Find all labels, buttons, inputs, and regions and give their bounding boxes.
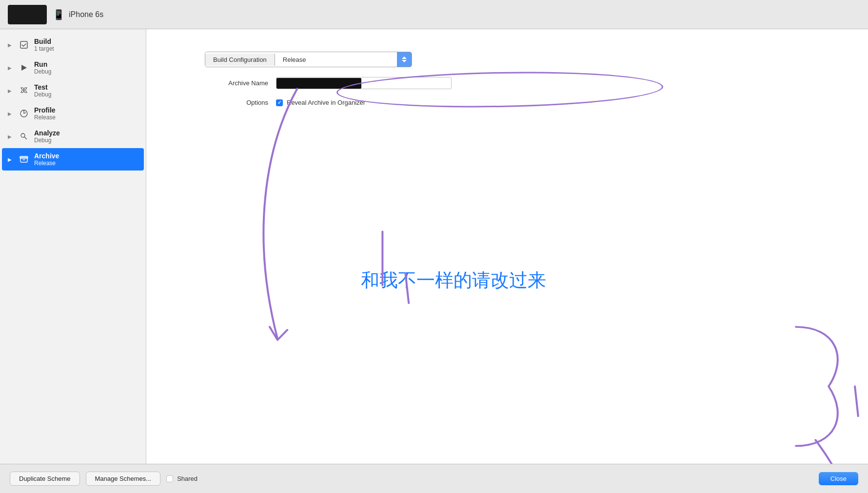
archive-name-row: Archive Name bbox=[205, 77, 848, 89]
build-icon bbox=[19, 39, 29, 50]
close-button[interactable]: Close bbox=[819, 472, 858, 485]
run-sublabel: Debug bbox=[34, 68, 51, 75]
svg-point-2 bbox=[21, 133, 25, 137]
test-label: Test bbox=[34, 83, 51, 91]
archive-sublabel: Release bbox=[34, 160, 59, 167]
analyze-label: Analyze bbox=[34, 129, 60, 137]
arrow-analyze: ▶ bbox=[8, 134, 14, 139]
build-text: Build 1 target bbox=[34, 38, 54, 52]
archive-label: Archive bbox=[34, 152, 59, 160]
sidebar: ▶ Build 1 target ▶ bbox=[0, 29, 146, 464]
profile-icon bbox=[19, 108, 29, 119]
device-label: iPhone 6s bbox=[69, 10, 103, 19]
archive-name-redacted bbox=[276, 78, 361, 89]
sidebar-item-analyze[interactable]: ▶ Analyze Debug bbox=[2, 125, 144, 148]
sidebar-item-run[interactable]: ▶ Run Debug bbox=[2, 57, 144, 79]
profile-sublabel: Release bbox=[34, 114, 56, 121]
analyze-text: Analyze Debug bbox=[34, 129, 60, 144]
build-config-row: Build Configuration Release bbox=[205, 52, 848, 67]
build-label: Build bbox=[34, 38, 54, 45]
reveal-archive-label: Reveal Archive in Organizer bbox=[287, 99, 365, 106]
test-icon bbox=[19, 85, 29, 96]
build-sublabel: 1 target bbox=[34, 45, 54, 52]
chinese-annotation-text: 和我不一样的请改过来 bbox=[361, 268, 546, 293]
arrow-profile: ▶ bbox=[8, 111, 14, 116]
archive-icon bbox=[19, 154, 29, 165]
arrow-run: ▶ bbox=[8, 65, 14, 71]
sidebar-item-build[interactable]: ▶ Build 1 target bbox=[2, 34, 144, 56]
test-text: Test Debug bbox=[34, 83, 51, 98]
title-bar: 📱 iPhone 6s bbox=[0, 0, 868, 29]
chevron-up-icon bbox=[402, 57, 407, 59]
svg-marker-1 bbox=[21, 65, 27, 71]
build-config-value: Release bbox=[275, 54, 397, 66]
run-text: Run Debug bbox=[34, 60, 51, 75]
shared-label: Shared bbox=[177, 475, 197, 482]
reveal-archive-checkbox[interactable] bbox=[276, 99, 283, 106]
analyze-sublabel: Debug bbox=[34, 137, 60, 144]
run-icon bbox=[19, 62, 29, 73]
options-row: Options Reveal Archive in Organizer bbox=[205, 99, 848, 106]
profile-text: Profile Release bbox=[34, 106, 56, 121]
arrow-archive: ▶ bbox=[8, 157, 14, 162]
options-controls: Reveal Archive in Organizer bbox=[276, 99, 365, 106]
device-icon: 📱 bbox=[53, 9, 65, 20]
manage-schemes-button[interactable]: Manage Schemes... bbox=[86, 472, 161, 486]
run-label: Run bbox=[34, 60, 51, 68]
build-config-select[interactable]: Build Configuration Release bbox=[205, 52, 412, 67]
shared-checkbox-group: Shared bbox=[166, 475, 197, 482]
archive-name-label: Archive Name bbox=[205, 79, 268, 87]
bottom-toolbar: Duplicate Scheme Manage Schemes... Share… bbox=[0, 464, 868, 493]
sidebar-item-profile[interactable]: ▶ Profile Release bbox=[2, 102, 144, 125]
chevron-down-icon bbox=[402, 60, 407, 62]
svg-rect-0 bbox=[20, 41, 27, 48]
archive-name-input[interactable] bbox=[361, 77, 451, 89]
annotation-curves bbox=[146, 29, 868, 464]
options-label: Options bbox=[205, 99, 268, 106]
title-bar-device: 📱 iPhone 6s bbox=[53, 9, 103, 20]
shared-checkbox[interactable] bbox=[166, 475, 173, 482]
duplicate-scheme-button[interactable]: Duplicate Scheme bbox=[10, 472, 80, 486]
build-config-label: Build Configuration bbox=[205, 54, 275, 66]
profile-label: Profile bbox=[34, 106, 56, 114]
arrow-build: ▶ bbox=[8, 42, 14, 48]
title-bar-logo bbox=[8, 5, 47, 24]
arrow-test: ▶ bbox=[8, 88, 14, 94]
archive-text: Archive Release bbox=[34, 152, 59, 167]
content-area: ▶ Build 1 target ▶ bbox=[0, 29, 868, 464]
build-config-arrow-btn[interactable] bbox=[397, 52, 412, 67]
main-container: ▶ Build 1 target ▶ bbox=[0, 29, 868, 493]
detail-panel: Build Configuration Release Archive Name bbox=[146, 29, 868, 464]
test-sublabel: Debug bbox=[34, 91, 51, 98]
sidebar-item-test[interactable]: ▶ Test Debug bbox=[2, 79, 144, 102]
analyze-icon bbox=[19, 131, 29, 142]
sidebar-item-archive[interactable]: ▶ Archive Release bbox=[2, 148, 144, 171]
